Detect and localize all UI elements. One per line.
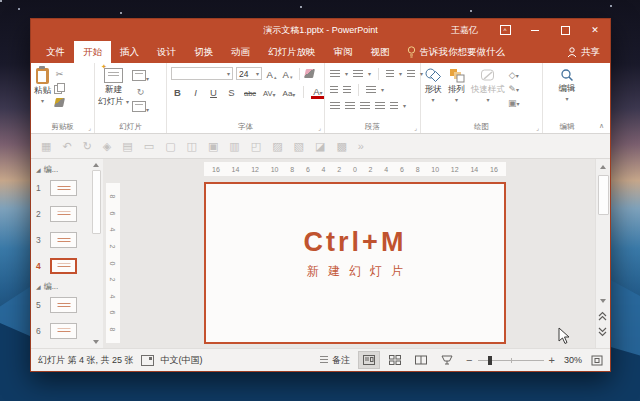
- character-spacing-button[interactable]: AV▾: [262, 86, 276, 98]
- editing-button[interactable]: 编辑 ▾: [556, 66, 579, 102]
- qat-tool-icon[interactable]: ◰: [251, 141, 261, 152]
- bullets-icon[interactable]: [330, 70, 340, 78]
- next-slide-button[interactable]: [597, 327, 608, 337]
- clipboard-dialog-launcher[interactable]: ⌟: [88, 125, 91, 131]
- notes-button[interactable]: 备注: [320, 354, 350, 367]
- shape-fill-icon[interactable]: ◇▾: [509, 70, 519, 80]
- smartart-convert-icon[interactable]: [390, 102, 398, 110]
- grow-font-button[interactable]: A▴: [265, 68, 278, 80]
- clear-formatting-icon[interactable]: [304, 69, 315, 78]
- fit-to-window-button[interactable]: [591, 355, 603, 366]
- language-status[interactable]: 中文(中国): [161, 354, 203, 367]
- panel-scroll-up-icon[interactable]: [93, 163, 99, 167]
- text-shadow-button[interactable]: S: [225, 86, 238, 98]
- align-right-icon[interactable]: [360, 102, 370, 110]
- shape-outline-icon[interactable]: ✎▾: [508, 84, 519, 94]
- qat-tool-icon[interactable]: ↶: [62, 141, 71, 152]
- minimize-button[interactable]: [520, 19, 550, 41]
- justify-icon[interactable]: [375, 102, 385, 110]
- scroll-up-icon[interactable]: [600, 165, 606, 169]
- numbering-icon[interactable]: [353, 70, 363, 78]
- quick-styles-button[interactable]: 快速样式 ▾: [468, 66, 508, 103]
- qat-tool-icon[interactable]: ▤: [122, 141, 132, 152]
- ribbon-tab[interactable]: 幻灯片放映: [259, 41, 325, 63]
- zoom-level[interactable]: 30%: [564, 355, 582, 365]
- font-color-button[interactable]: A▾: [311, 84, 324, 99]
- qat-tool-icon[interactable]: ↻: [83, 141, 92, 152]
- paste-button[interactable]: 粘贴 ▾: [31, 66, 54, 104]
- qat-tool-icon[interactable]: ▩: [336, 141, 346, 152]
- qat-tool-icon[interactable]: ▭: [144, 141, 154, 152]
- ribbon-tab[interactable]: 设计: [148, 41, 185, 63]
- text-direction-icon[interactable]: [407, 70, 415, 78]
- change-case-button[interactable]: Aa▾: [282, 86, 297, 98]
- arrange-button[interactable]: 排列 ▾: [445, 66, 468, 103]
- slide-sorter-view-button[interactable]: [385, 352, 405, 368]
- reset-slide-icon[interactable]: ↻: [137, 87, 145, 97]
- font-size-combo[interactable]: 24▾: [236, 67, 262, 80]
- shrink-font-button[interactable]: A▾: [281, 68, 294, 80]
- cut-icon[interactable]: ✂: [56, 70, 64, 79]
- ribbon-tab[interactable]: 审阅: [325, 41, 362, 63]
- zoom-in-button[interactable]: +: [549, 355, 555, 366]
- maximize-button[interactable]: [550, 19, 580, 41]
- italic-button[interactable]: I: [189, 86, 202, 98]
- shapes-button[interactable]: 形状 ▾: [421, 66, 445, 103]
- qat-tool-icon[interactable]: ▣: [208, 141, 218, 152]
- paragraph-dialog-launcher[interactable]: ⌟: [414, 125, 417, 131]
- align-center-icon[interactable]: [345, 102, 355, 110]
- qat-tool-icon[interactable]: ◪: [315, 141, 325, 152]
- decrease-indent-icon[interactable]: [330, 86, 338, 94]
- ribbon-tab[interactable]: 视图: [362, 41, 399, 63]
- zoom-slider-thumb[interactable]: [488, 356, 492, 365]
- qat-tool-icon[interactable]: ▧: [294, 141, 304, 152]
- align-left-icon[interactable]: [330, 102, 340, 110]
- display-settings-icon[interactable]: [141, 355, 154, 366]
- panel-scroll-down-icon[interactable]: [93, 340, 99, 344]
- zoom-slider[interactable]: [478, 360, 544, 361]
- slide-layout-button[interactable]: ▾: [132, 70, 149, 83]
- shape-effects-icon[interactable]: ▣▾: [508, 98, 520, 108]
- qat-tool-icon[interactable]: ▨: [272, 141, 282, 152]
- slide-number-status[interactable]: 幻灯片 第 4 张, 共 25 张: [38, 354, 134, 367]
- editor-scrollbar[interactable]: [595, 159, 610, 348]
- section-button[interactable]: ▾: [132, 101, 149, 114]
- ribbon-tab[interactable]: 插入: [111, 41, 148, 63]
- scrollbar-thumb[interactable]: [598, 175, 609, 215]
- qat-tool-icon[interactable]: »: [358, 141, 364, 152]
- copy-icon[interactable]: [54, 83, 65, 94]
- qat-tool-icon[interactable]: ▢: [165, 141, 175, 152]
- new-slide-button[interactable]: 新建 幻灯片 ▾: [95, 66, 132, 107]
- font-dialog-launcher[interactable]: ⌟: [318, 125, 321, 131]
- previous-slide-button[interactable]: [597, 311, 608, 321]
- account-name[interactable]: 王嘉亿: [439, 24, 490, 37]
- panel-scrollbar-thumb[interactable]: [92, 170, 101, 234]
- font-name-combo[interactable]: ▾: [171, 67, 233, 80]
- close-button[interactable]: ✕: [580, 19, 610, 41]
- ribbon-tab[interactable]: 文件: [37, 41, 74, 63]
- qat-tool-icon[interactable]: ◫: [187, 141, 197, 152]
- panel-scrollbar[interactable]: [92, 163, 100, 344]
- increase-indent-icon[interactable]: [343, 86, 351, 94]
- strikethrough-button[interactable]: abc: [243, 86, 257, 98]
- format-painter-icon[interactable]: [54, 98, 65, 107]
- drawing-dialog-launcher[interactable]: ⌟: [536, 125, 539, 131]
- share-button[interactable]: 共享: [567, 46, 600, 59]
- collapse-ribbon-icon[interactable]: ∧: [599, 122, 604, 130]
- reading-view-button[interactable]: [411, 352, 431, 368]
- underline-button[interactable]: U: [207, 86, 220, 98]
- qat-tool-icon[interactable]: ▥: [229, 141, 239, 152]
- line-spacing-icon[interactable]: [386, 70, 394, 78]
- qat-tool-icon[interactable]: ◈: [103, 141, 111, 152]
- tell-me-box[interactable]: 告诉我你想要做什么: [407, 46, 506, 59]
- slideshow-view-button[interactable]: [437, 352, 457, 368]
- ribbon-display-options-button[interactable]: ˄: [490, 19, 520, 41]
- slide-canvas[interactable]: Ctrl+M 新建幻灯片: [204, 182, 506, 344]
- columns-icon[interactable]: [366, 86, 376, 94]
- bold-button[interactable]: B: [171, 86, 184, 98]
- normal-view-button[interactable]: [359, 352, 379, 368]
- ribbon-tab[interactable]: 动画: [222, 41, 259, 63]
- qat-tool-icon[interactable]: ▦: [41, 141, 51, 152]
- scroll-down-icon[interactable]: [600, 299, 606, 303]
- ribbon-tab[interactable]: 切换: [185, 41, 222, 63]
